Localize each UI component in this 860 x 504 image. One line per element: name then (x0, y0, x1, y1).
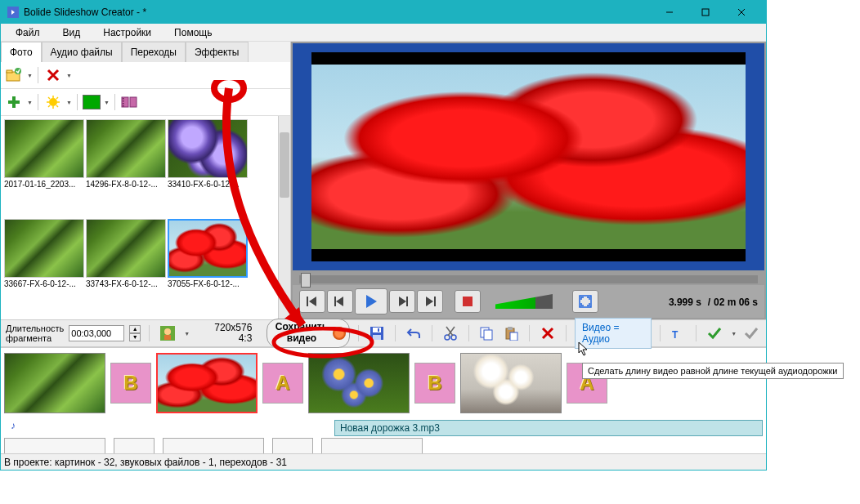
delete-x-icon[interactable] (538, 323, 558, 344)
menu-file[interactable]: Файл (4, 25, 52, 41)
delete-dropdown[interactable]: ▼ (66, 73, 72, 78)
tooltip: Сделать длину видео равной длине текущей… (582, 363, 844, 379)
timeline-clip-1[interactable] (156, 353, 258, 413)
timeline-toolbar: Длительность фрагмента ▲▼ ▼ 720x5764:3 С… (1, 319, 766, 347)
thumb-label: 14296-FX-8-0-12-... (86, 178, 166, 190)
thumb-1[interactable] (86, 119, 166, 178)
add-dropdown[interactable]: ▼ (27, 100, 33, 105)
svg-line-12 (48, 97, 50, 99)
tab-photo[interactable]: Фото (1, 42, 42, 62)
flash-dropdown[interactable]: ▼ (66, 100, 72, 105)
app-icon (7, 7, 19, 18)
svg-rect-5 (7, 70, 12, 73)
timeline-transition-1[interactable]: A (262, 363, 303, 404)
thumb-3[interactable] (4, 219, 84, 278)
menu-view[interactable]: Вид (52, 25, 92, 41)
face-icon[interactable] (158, 323, 177, 344)
cut-icon[interactable] (441, 323, 460, 344)
open-folder-icon[interactable] (4, 65, 24, 85)
play-button[interactable] (355, 288, 387, 314)
tab-audio[interactable]: Аудио файлы (42, 42, 122, 62)
svg-marker-26 (366, 295, 377, 308)
svg-rect-39 (378, 328, 379, 332)
thumb-label: 2017-01-16_2203... (4, 178, 84, 190)
statusbar: В проекте: картинок - 32, звуковых файло… (1, 453, 766, 470)
volume-slider[interactable] (495, 294, 553, 309)
media-toolbar: ▼ ▼ (1, 62, 290, 89)
menu-settings[interactable]: Настройки (92, 25, 163, 41)
last-button[interactable] (417, 290, 443, 313)
thumb-5[interactable] (168, 219, 248, 278)
duration-down[interactable]: ▼ (129, 333, 141, 341)
duration-input[interactable] (69, 325, 124, 341)
scrollbar[interactable] (278, 116, 290, 319)
copy-icon[interactable] (477, 323, 497, 344)
titlebar: Bolide Slideshow Creator - * (1, 1, 766, 24)
delete-icon[interactable] (43, 65, 63, 85)
svg-marker-27 (399, 297, 406, 306)
flash-icon[interactable] (43, 92, 63, 112)
timeline-clip-0[interactable] (4, 353, 105, 413)
save-video-button[interactable]: Сохранитьвидео (267, 319, 350, 348)
playback-controls: 3.999 s / 02 m 06 s (293, 285, 764, 318)
maximize-button[interactable] (688, 1, 723, 24)
timeline-clip-partial-2[interactable] (321, 438, 423, 453)
svg-rect-30 (434, 297, 436, 306)
face-dropdown[interactable]: ▼ (184, 331, 190, 337)
thumb-4[interactable] (86, 219, 166, 278)
seek-slider[interactable] (299, 275, 758, 283)
timeline-transition-0[interactable]: B (110, 363, 151, 404)
svg-point-40 (445, 335, 450, 340)
thumb-2[interactable] (168, 119, 248, 178)
paste-icon[interactable] (501, 323, 521, 344)
svg-rect-31 (463, 297, 473, 306)
color-dropdown[interactable]: ▼ (104, 100, 110, 105)
timeline-trans-partial[interactable] (114, 438, 155, 453)
folder-dropdown[interactable]: ▼ (27, 73, 33, 78)
svg-rect-1 (702, 9, 709, 16)
close-button[interactable] (723, 1, 759, 24)
next-button[interactable] (389, 290, 415, 313)
prev-button[interactable] (327, 290, 353, 313)
save-icon[interactable] (367, 323, 387, 344)
timeline-clip-partial-1[interactable] (163, 438, 264, 453)
svg-marker-29 (426, 297, 433, 306)
preview-video (311, 52, 746, 261)
thumb-0[interactable] (4, 119, 84, 178)
svg-text:T: T (672, 329, 679, 341)
timeline-clip-partial-0[interactable] (4, 438, 105, 453)
svg-rect-18 (123, 98, 124, 100)
svg-line-14 (56, 97, 58, 99)
color-swatch[interactable] (83, 95, 101, 109)
film-icon[interactable] (120, 92, 140, 112)
add-icon[interactable] (4, 92, 24, 112)
svg-line-15 (48, 105, 50, 107)
first-button[interactable] (299, 290, 325, 313)
svg-point-41 (451, 335, 456, 340)
timeline-clip-3[interactable] (460, 353, 562, 413)
timeline-clip-2[interactable] (308, 353, 410, 413)
text-icon[interactable]: T (668, 323, 688, 344)
check-grey-icon[interactable] (741, 323, 761, 344)
check-dropdown[interactable]: ▼ (731, 331, 737, 337)
check-icon[interactable] (705, 323, 724, 344)
menu-help[interactable]: Помощь (163, 25, 223, 41)
thumbnail-grid: 2017-01-16_2203... 14296-FX-8-0-12-... 3… (1, 116, 278, 319)
audio-note-icon: ♪ (11, 420, 16, 431)
svg-line-13 (56, 105, 58, 107)
timeline-trans-partial[interactable] (272, 438, 313, 453)
audio-track[interactable]: Новая дорожка 3.mp3 (334, 420, 763, 436)
fullscreen-button[interactable] (572, 290, 598, 313)
audio-track-label: Новая дорожка 3.mp3 (340, 422, 440, 434)
timeline-transition-2[interactable]: B (414, 363, 455, 404)
video-equal-audio-button[interactable]: Видео = Аудио (575, 318, 651, 349)
stop-button[interactable] (455, 290, 481, 313)
tab-effects[interactable]: Эффекты (186, 42, 249, 62)
minimize-button[interactable] (652, 1, 688, 24)
tab-transitions[interactable]: Переходы (122, 42, 186, 62)
svg-rect-19 (123, 100, 124, 102)
media-toolbar-2: ▼ ▼ ▼ (1, 89, 290, 116)
duration-up[interactable]: ▲ (129, 325, 141, 333)
svg-rect-22 (307, 297, 308, 306)
undo-icon[interactable] (404, 323, 423, 344)
